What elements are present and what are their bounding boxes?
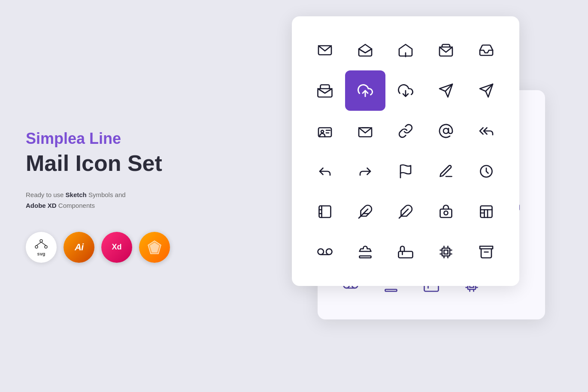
icon-cpu [426,232,466,272]
badge-ai: Ai [64,232,94,263]
icon-mailbox [385,232,426,272]
icon-edit [426,151,466,191]
icon-clock [466,151,506,191]
icon-flag [385,151,426,191]
svg-rect-36 [385,289,397,292]
svg-line-3 [36,242,41,246]
icon-reply [305,151,345,191]
icon-stamp [345,232,385,272]
icon-mail-stack [426,30,466,70]
xd-label: Xd [112,243,121,252]
svg-rect-75 [399,252,413,258]
desc-sketch: Sketch [66,191,87,198]
svg-point-0 [40,240,42,242]
badge-xd: Xd [101,232,132,263]
icon-upload-mail-highlighted [345,70,385,111]
svg-rect-68 [481,206,492,218]
icon-resize [466,191,506,232]
icon-mail-multi [305,70,345,111]
icon-download-mail [385,70,426,111]
svg-rect-78 [444,250,448,254]
icon-mail [305,30,345,70]
svg-line-4 [41,242,46,246]
icon-stamp-box [426,191,466,232]
icon-reply-all [466,111,506,151]
main-card [292,16,519,286]
icon-send-diagonal2 [466,70,506,111]
icon-voicemail [305,232,345,272]
svg-point-2 [45,246,47,248]
icon-id-card [305,111,345,151]
svg-icon: svg [34,238,48,256]
svg-rect-74 [360,256,371,258]
svg-rect-59 [319,206,331,218]
svg-point-71 [318,249,324,255]
icon-link [385,111,426,151]
icon-open-mail [345,30,385,70]
icon-archive [466,232,506,272]
main-icon-grid [305,30,506,272]
svg-point-72 [326,249,332,255]
icon-pen2 [385,191,426,232]
icon-forward [345,151,385,191]
icon-journal [305,191,345,232]
description: Ready to use Sketch Symbols and Adobe XD… [26,189,206,211]
ai-label: Ai [75,242,83,253]
desc-text-1: Ready to use [26,191,66,198]
desc-text-3: Components [57,202,95,209]
svg-point-51 [321,131,324,133]
left-panel: Simplea Line Mail Icon Set Ready to use … [26,129,206,262]
icon-at-sign [426,111,466,151]
brand-name: Simplea Line [26,129,206,147]
icon-inbox-tray [466,30,506,70]
icon-send-diagonal [426,70,466,111]
svg-point-1 [35,246,38,248]
badge-sketch [139,232,170,263]
svg-rect-77 [442,248,450,256]
format-badges: svg Ai Xd [26,232,206,263]
badge-svg: svg [26,232,57,263]
desc-text-2: Symbols and [87,191,126,198]
svg-rect-79 [480,246,493,249]
svg-point-56 [443,128,449,134]
product-title: Mail Icon Set [26,151,206,175]
icon-mail-lines [345,111,385,151]
icon-open-mail2 [385,30,426,70]
desc-adobexd: Adobe XD [26,202,57,209]
svg-rect-66 [440,209,452,218]
icon-pen [345,191,385,232]
svg-point-67 [444,211,448,215]
